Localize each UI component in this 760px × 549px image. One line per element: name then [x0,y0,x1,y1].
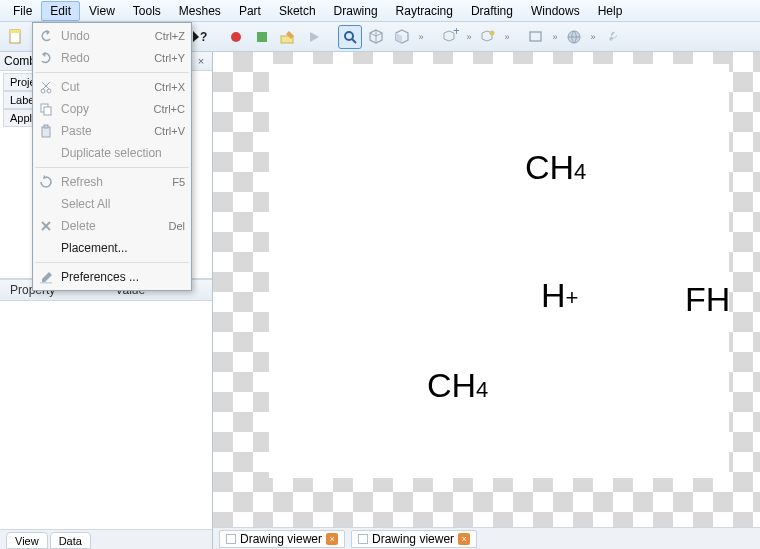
play-button[interactable] [302,25,326,49]
formula-ch4[interactable]: CH4 [427,366,488,405]
menu-item-select-all[interactable]: Select All [33,193,191,215]
toolbar-overflow-icon[interactable]: » [464,32,474,42]
new-doc-button[interactable] [4,25,28,49]
toolbar-overflow-icon[interactable]: » [416,32,426,42]
menu-item-shortcut: Ctrl+X [154,81,185,93]
svg-text:+: + [453,28,459,38]
menu-item-shortcut: Ctrl+V [154,125,185,137]
copy-icon [35,98,57,120]
menu-item-cut[interactable]: CutCtrl+X [33,76,191,98]
bottom-tab-data[interactable]: Data [50,532,91,549]
blank-icon [35,237,57,259]
menu-drawing[interactable]: Drawing [325,1,387,21]
doc-icon [226,534,236,544]
svg-line-18 [352,39,356,43]
menu-item-shortcut: Ctrl+Y [154,52,185,64]
front-view-button[interactable] [390,25,414,49]
formula-hplus[interactable]: H+ [541,276,578,315]
property-bottom-tabs: ViewData [0,529,212,549]
close-tab-icon[interactable]: × [326,533,338,545]
delete-icon [35,215,57,237]
zoom-fit-button[interactable] [338,25,362,49]
blank-icon [35,142,57,164]
cut-icon [35,76,57,98]
svg-line-2 [43,82,50,89]
globe-button[interactable] [562,25,586,49]
menu-edit[interactable]: Edit [41,1,80,21]
record-button[interactable] [224,25,248,49]
doc-icon [358,534,368,544]
menu-item-paste[interactable]: PasteCtrl+V [33,120,191,142]
menu-drafting[interactable]: Drafting [462,1,522,21]
drawing-canvas[interactable]: CH4H+FHCH4 [213,52,760,527]
menu-item-undo[interactable]: UndoCtrl+Z [33,25,191,47]
menu-view[interactable]: View [80,1,124,21]
menu-item-label: Refresh [57,175,172,189]
prefs-icon [35,266,57,288]
menu-item-label: Delete [57,219,168,233]
menu-windows[interactable]: Windows [522,1,589,21]
svg-rect-5 [44,107,51,115]
property-body [0,301,212,529]
menu-separator [35,167,189,168]
menu-item-redo[interactable]: RedoCtrl+Y [33,47,191,69]
menu-item-shortcut: Del [168,220,185,232]
refresh-icon [35,171,57,193]
menu-item-label: Preferences ... [57,270,185,284]
menu-tools[interactable]: Tools [124,1,170,21]
bottom-tab-view[interactable]: View [6,532,48,549]
document-tab[interactable]: Drawing viewer× [351,530,477,548]
menubar: FileEditViewToolsMeshesPartSketchDrawing… [0,0,760,22]
document-tabs: Drawing viewer×Drawing viewer× [213,527,760,549]
svg-point-14 [231,32,241,42]
menu-item-preferences-[interactable]: Preferences ... [33,266,191,288]
wrench-button[interactable] [600,25,624,49]
menu-item-shortcut: Ctrl+Z [155,30,185,42]
menu-separator [35,262,189,263]
menu-item-label: Redo [57,51,154,65]
svg-rect-12 [10,30,20,33]
svg-point-17 [345,32,353,40]
menu-item-placement-[interactable]: Placement... [33,237,191,259]
iso-view-button[interactable] [364,25,388,49]
rect-tool-button[interactable] [524,25,548,49]
svg-line-3 [42,82,49,89]
svg-rect-15 [257,32,267,42]
menu-raytracing[interactable]: Raytracing [387,1,462,21]
toolbar-overflow-icon[interactable]: » [502,32,512,42]
document-tab[interactable]: Drawing viewer× [219,530,345,548]
close-tab-icon[interactable]: × [458,533,470,545]
menu-item-delete[interactable]: DeleteDel [33,215,191,237]
menu-help[interactable]: Help [589,1,632,21]
formula-ch4[interactable]: CH4 [525,148,586,187]
menu-item-label: Duplicate selection [57,146,185,160]
menu-item-shortcut: Ctrl+C [154,103,185,115]
doc-tab-label: Drawing viewer [240,532,322,546]
undo-icon [35,25,57,47]
svg-rect-7 [44,125,48,128]
menu-item-copy[interactable]: CopyCtrl+C [33,98,191,120]
menu-meshes[interactable]: Meshes [170,1,230,21]
menu-item-label: Placement... [57,241,185,255]
formula-fh[interactable]: FH [685,280,730,319]
stop-button[interactable] [250,25,274,49]
close-icon[interactable]: × [194,54,208,68]
toolbar-overflow-icon[interactable]: » [588,32,598,42]
menu-item-label: Select All [57,197,185,211]
menu-item-refresh[interactable]: RefreshF5 [33,171,191,193]
menu-item-label: Copy [57,102,154,116]
svg-rect-21 [530,32,541,41]
menu-part[interactable]: Part [230,1,270,21]
svg-point-0 [41,89,45,93]
cube-plus-button[interactable]: + [438,25,462,49]
edit-note-button[interactable] [276,25,300,49]
menu-item-duplicate-selection[interactable]: Duplicate selection [33,142,191,164]
menu-sketch[interactable]: Sketch [270,1,325,21]
svg-point-1 [47,89,51,93]
menu-item-label: Cut [57,80,154,94]
menu-item-shortcut: F5 [172,176,185,188]
paste-icon [35,120,57,142]
toolbar-overflow-icon[interactable]: » [550,32,560,42]
cube-gear-button[interactable] [476,25,500,49]
menu-file[interactable]: File [4,1,41,21]
